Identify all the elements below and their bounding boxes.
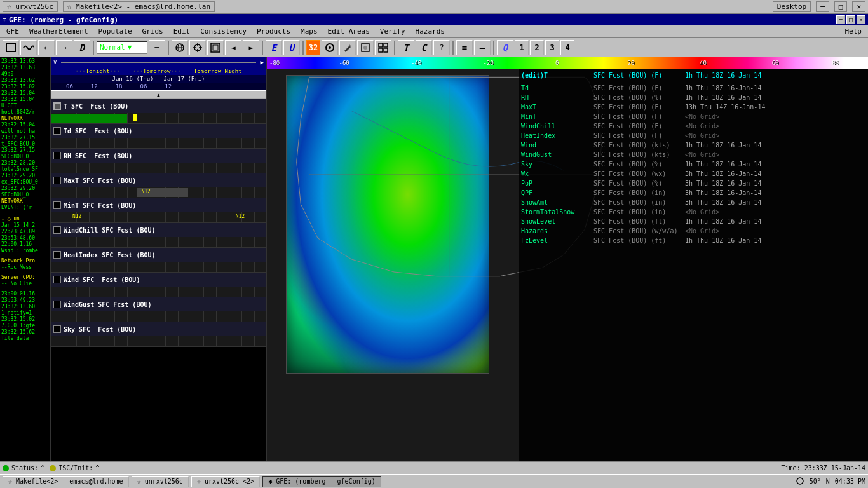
we-checkbox-T[interactable]	[53, 102, 61, 110]
btn-question[interactable]: ?	[433, 40, 450, 55]
info-active-row: (edit)T SFC Fcst (BOU) (F) 1h Thu 18Z 16…	[521, 71, 865, 80]
we-item-WindGust: WindGust SFC Fcst (BOU)	[51, 297, 266, 322]
we-header-Wind[interactable]: Wind SFC Fcst (BOU)	[51, 273, 266, 287]
we-header-Sky[interactable]: Sky SFC Fcst (BOU)	[51, 322, 266, 336]
menu-verify[interactable]: Verify	[376, 27, 409, 36]
dropdown-arrow: ▼	[128, 43, 132, 51]
top-task-emacs[interactable]: ☆ Makefile<2> - emacs@lrd.home.lan	[63, 1, 215, 12]
we-checkbox-Sky[interactable]	[53, 325, 61, 333]
v-indicator: V	[53, 59, 57, 65]
btn-grid-tool[interactable]	[375, 40, 391, 55]
menu-help[interactable]: Help	[841, 27, 866, 36]
btn-prev-frame[interactable]: ◄	[225, 40, 241, 55]
bottom-task-urxvt2[interactable]: ☆ urxvt256c <2>	[191, 476, 260, 487]
we-header-HeatIndex[interactable]: HeatIndex SFC Fcst (BOU)	[51, 248, 266, 262]
we-checkbox-MinT[interactable]	[53, 201, 61, 209]
btn-d[interactable]: D	[74, 40, 90, 55]
log-line-13: 23:32:27.15	[1, 135, 49, 141]
log-line-2: 23:32:13.63	[1, 65, 49, 71]
menu-edit[interactable]: Edit	[170, 27, 194, 36]
menu-consistency[interactable]: Consistency	[196, 27, 250, 36]
scroll-up-btn[interactable]: ▲	[51, 90, 266, 99]
status-led	[3, 465, 9, 471]
btn-2[interactable]: 2	[530, 40, 544, 55]
timeline-dates-row: Jan 16 (Thu) Jan 17 (Fri)	[51, 75, 266, 83]
menu-weather-element[interactable]: WeatherElement	[25, 27, 92, 36]
we-checkbox-RH[interactable]	[53, 152, 61, 159]
btn-U[interactable]: U	[283, 40, 300, 55]
btn-rect-outline[interactable]	[3, 40, 19, 55]
btn-em-dash[interactable]: —	[474, 40, 491, 55]
btn-32[interactable]: 32	[306, 40, 320, 55]
we-header-T[interactable]: T SFC Fcst (BOU)	[51, 99, 266, 113]
btn-circle-tool[interactable]	[322, 40, 338, 55]
we-header-Td[interactable]: Td SFC Fcst (BOU)	[51, 124, 266, 138]
we-header-MaxT[interactable]: MaxT SFC Fcst (BOU)	[51, 173, 266, 187]
bottom-task-gfe[interactable]: ✱ GFE: (romberg - gfeConfig)	[262, 476, 381, 487]
menu-gfe[interactable]: GFE	[3, 27, 23, 36]
btn-arrow-left[interactable]: ←	[38, 40, 55, 55]
we-header-WindGust[interactable]: WindGust SFC Fcst (BOU)	[51, 297, 266, 311]
btn-arrow-right[interactable]: →	[56, 40, 72, 55]
we-label-Sky: Sky SFC Fcst (BOU)	[64, 326, 136, 333]
bottom-task-urxvt[interactable]: ☆ unrxvt256c	[132, 476, 189, 487]
btn-3[interactable]: 3	[545, 40, 559, 55]
menu-grids[interactable]: Grids	[139, 27, 167, 36]
taskbar-close[interactable]: ✕	[852, 1, 865, 12]
log-line-17: 23:32:28.20	[1, 160, 49, 166]
we-checkbox-HeatIndex[interactable]	[53, 251, 61, 259]
log-line-11: 23:32:15.04	[1, 122, 49, 128]
taskbar-minimize[interactable]: ─	[816, 1, 829, 12]
we-checkbox-MaxT[interactable]	[53, 177, 61, 184]
log-line-3: 49:0	[1, 71, 49, 78]
log-line-15: 23:32:27.15	[1, 147, 49, 154]
log-line-33: Server CPU:	[1, 274, 49, 281]
we-header-RH[interactable]: RH SFC Fcst (BOU)	[51, 149, 266, 163]
menu-maps[interactable]: Maps	[297, 27, 322, 36]
btn-globe[interactable]	[172, 40, 188, 55]
log-line-37: 23:32:13.60	[1, 304, 49, 310]
we-checkbox-Td[interactable]	[53, 127, 61, 135]
gfe-minimize-btn[interactable]: ─	[836, 15, 845, 24]
btn-equals-sign[interactable]: =	[456, 40, 473, 55]
btn-next-frame[interactable]: ►	[243, 40, 259, 55]
top-task-urxvt[interactable]: ☆ urxvt256c	[3, 1, 58, 12]
taskbar-maximize[interactable]: □	[834, 1, 848, 12]
gfe-close-btn[interactable]: ✕	[857, 15, 865, 24]
mode-dropdown[interactable]: Normal ▼	[97, 41, 147, 54]
menu-populate[interactable]: Populate	[95, 27, 136, 36]
btn-T-italic[interactable]: T	[398, 40, 414, 55]
menu-products[interactable]: Products	[253, 27, 294, 36]
we-checkbox-WindChill[interactable]	[53, 226, 61, 234]
log-line-23: NETWORK	[1, 198, 49, 205]
gfe-maximize-btn[interactable]: □	[846, 15, 855, 24]
we-checkbox-Wind[interactable]	[53, 276, 61, 283]
btn-wave[interactable]	[20, 40, 37, 55]
btn-pencil[interactable]	[339, 40, 356, 55]
color-scale: -80 -60 -40 -20 0 20 40 60 80	[267, 57, 868, 69]
btn-E[interactable]: E	[266, 40, 282, 55]
btn-C-italic[interactable]: C	[416, 40, 432, 55]
btn-cross-hairs[interactable]	[189, 40, 206, 55]
we-header-MinT[interactable]: MinT SFC Fcst (BOU)	[51, 198, 266, 212]
timeline-nav: V ▶	[51, 57, 266, 67]
top-task-desktop[interactable]: Desktop	[773, 1, 811, 12]
we-header-WindChill[interactable]: WindChill SFC Fcst (BOU)	[51, 223, 266, 237]
log-line-25: ☆ ○ un	[1, 216, 49, 222]
log-line-12: will not ha	[1, 128, 49, 135]
bottom-task-emacs[interactable]: ☆ Makefile<2> - emacs@lrd.home	[3, 476, 129, 487]
menu-edit-areas[interactable]: Edit Areas	[324, 27, 374, 36]
timeline-arrow-right[interactable]: ▶	[261, 59, 264, 65]
btn-Q[interactable]: Q	[497, 40, 513, 55]
btn-4[interactable]: 4	[560, 40, 574, 55]
btn-special-tool[interactable]	[357, 40, 374, 55]
map-area[interactable]: (edit)T SFC Fcst (BOU) (F) 1h Thu 18Z 16…	[267, 69, 868, 474]
we-checkbox-WindGust[interactable]	[53, 301, 61, 308]
isc-caret: ^	[95, 464, 99, 471]
log-line-6: 23:32:15.04	[1, 90, 49, 97]
btn-frame[interactable]	[207, 40, 224, 55]
we-gridbar-Td	[51, 138, 266, 148]
btn-minus-mode[interactable]: ─	[149, 40, 165, 55]
menu-hazards[interactable]: Hazards	[412, 27, 449, 36]
btn-1[interactable]: 1	[515, 40, 529, 55]
